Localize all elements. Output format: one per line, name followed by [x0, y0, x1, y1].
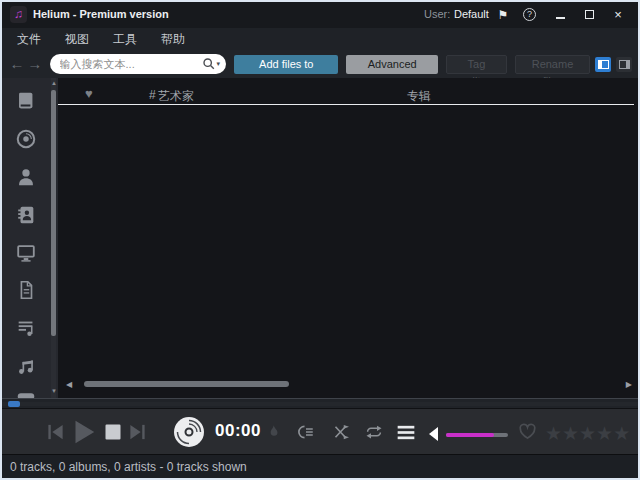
hot-tracks-button[interactable] — [265, 422, 282, 441]
playlist-icon — [15, 317, 37, 339]
volume-speaker-icon[interactable] — [429, 427, 439, 441]
track-list: ♥ # 艺术家 专辑 ◀ ▶ — [58, 78, 638, 398]
toolbar: ← → ▾ Add files to Library... Advanced s… — [2, 50, 638, 78]
scroll-left-icon[interactable]: ◀ — [66, 380, 72, 389]
document-icon — [15, 279, 37, 301]
left-panel-toggle-icon[interactable] — [595, 57, 611, 72]
previous-track-button[interactable] — [46, 422, 65, 442]
contacts-book-icon — [15, 204, 37, 226]
right-panel-toggle-icon[interactable] — [616, 57, 632, 72]
speaker-icon — [429, 427, 439, 441]
column-album[interactable]: 专辑 — [407, 88, 431, 105]
hamburger-menu-icon — [396, 424, 416, 441]
user-label: User: — [424, 8, 450, 20]
search-box[interactable]: ▾ — [50, 54, 227, 74]
sidebar-item-contacts[interactable] — [13, 202, 39, 228]
play-queue-button[interactable] — [296, 423, 316, 441]
status-text: 0 tracks, 0 albums, 0 artists - 0 tracks… — [10, 460, 247, 474]
sidebar: ▲ ▼ — [2, 78, 58, 398]
playlist-menu-button[interactable] — [396, 424, 416, 441]
app-icon: ♫ — [10, 6, 27, 23]
table-header: ♥ # 艺术家 专辑 — [58, 82, 634, 105]
main-area: ▲ ▼ ♥ # 艺术家 专辑 ◀ ▶ — [2, 78, 638, 398]
app-window: ♫ Helium - Premium version User: Default… — [0, 0, 640, 480]
seek-track[interactable] — [2, 402, 638, 406]
sidebar-item-computer[interactable] — [13, 240, 39, 266]
stop-button[interactable] — [104, 423, 122, 441]
sidebar-item-tracks[interactable] — [13, 353, 39, 379]
heart-outline-icon — [518, 422, 537, 440]
close-button[interactable]: × — [609, 6, 627, 24]
sidebar-scrollbar-thumb[interactable] — [51, 90, 56, 336]
artist-person-icon — [15, 166, 37, 188]
back-arrow-icon[interactable]: ← — [8, 54, 26, 74]
next-icon — [128, 422, 147, 442]
user-value[interactable]: Default — [454, 8, 489, 20]
favorite-button[interactable] — [518, 422, 537, 440]
flame-icon — [265, 422, 282, 441]
shuffle-button[interactable] — [332, 423, 351, 441]
horizontal-scrollbar-thumb[interactable] — [84, 381, 289, 387]
menu-help[interactable]: 帮助 — [156, 29, 190, 50]
titlebar: ♫ Helium - Premium version User: Default… — [2, 2, 638, 28]
menu-tools[interactable]: 工具 — [108, 29, 142, 50]
search-icon[interactable] — [202, 57, 216, 71]
minimize-button[interactable] — [551, 9, 569, 27]
next-track-button[interactable] — [128, 422, 147, 442]
seek-thumb[interactable] — [8, 401, 20, 407]
search-input[interactable] — [60, 58, 202, 70]
seek-bar[interactable] — [2, 398, 638, 408]
queue-icon — [296, 423, 316, 441]
rename-files-button: Rename files — [515, 55, 590, 74]
help-icon[interactable]: ? — [523, 8, 536, 21]
shuffle-icon — [332, 423, 351, 441]
forward-arrow-icon[interactable]: → — [26, 54, 44, 74]
column-artist[interactable]: 艺术家 — [158, 88, 194, 105]
column-number[interactable]: # — [149, 88, 156, 102]
previous-icon — [46, 422, 65, 442]
stop-icon — [104, 423, 122, 441]
menu-view[interactable]: 视图 — [60, 29, 94, 50]
window-title: Helium - Premium version — [33, 8, 169, 20]
repeat-icon — [364, 423, 384, 441]
volume-slider[interactable] — [446, 433, 508, 437]
library-book-icon — [15, 90, 37, 112]
horizontal-scrollbar[interactable]: ◀ ▶ — [66, 378, 632, 390]
disc-button[interactable] — [172, 415, 206, 449]
sidebar-item-cd[interactable] — [13, 126, 39, 152]
maximize-button[interactable] — [580, 6, 598, 24]
sidebar-item-library[interactable] — [13, 88, 39, 114]
time-display: 00:00 — [215, 421, 261, 441]
menu-file[interactable]: 文件 — [12, 29, 46, 50]
play-button[interactable] — [68, 417, 98, 447]
cd-disc-icon — [15, 128, 37, 150]
disc-icon — [172, 415, 206, 449]
volume-fill[interactable] — [446, 433, 494, 437]
sidebar-scroll-up-icon[interactable]: ▲ — [51, 80, 57, 86]
advanced-search-button[interactable]: Advanced search — [346, 55, 438, 74]
music-notes-icon — [15, 355, 37, 377]
menubar: 文件 视图 工具 帮助 — [2, 28, 638, 50]
rating-stars[interactable]: ★★★★★ — [545, 422, 630, 445]
sidebar-item-artists[interactable] — [13, 164, 39, 190]
computer-icon — [15, 242, 37, 264]
favorite-column-heart-icon[interactable]: ♥ — [85, 86, 93, 101]
sidebar-scroll-down-icon[interactable]: ▼ — [51, 388, 57, 394]
sidebar-item-playlists[interactable] — [13, 315, 39, 341]
status-bar: 0 tracks, 0 albums, 0 artists - 0 tracks… — [2, 454, 638, 478]
scroll-right-icon[interactable]: ▶ — [626, 380, 632, 389]
flag-icon[interactable]: ⚑ — [494, 6, 512, 24]
player-bar: 00:00 — [2, 408, 638, 454]
add-files-button[interactable]: Add files to Library... — [234, 55, 338, 74]
play-icon — [68, 417, 98, 447]
search-options-caret-icon[interactable]: ▾ — [217, 60, 221, 68]
repeat-button[interactable] — [364, 423, 384, 441]
tag-editor-button: Tag editor — [446, 55, 507, 74]
sidebar-item-files[interactable] — [13, 277, 39, 303]
